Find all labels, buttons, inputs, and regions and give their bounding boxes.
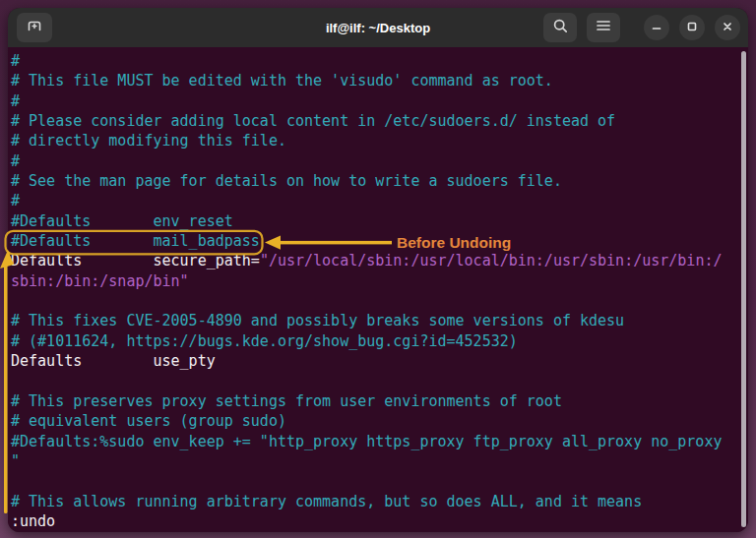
titlebar-controls [543,8,740,47]
terminal-text-segment: # [11,92,20,110]
terminal-screen[interactable]: ## This file MUST be edited with the 'vi… [8,47,748,532]
terminal-text-segment: # equivalent users (group sudo) [11,412,286,430]
terminal-line [11,471,722,491]
maximize-button[interactable] [679,15,705,40]
terminal-text-segment: # Please consider adding local content i… [11,112,615,130]
close-button[interactable] [715,15,740,40]
terminal-line: #Defaults env_reset [11,211,722,231]
terminal-text-segment: #Defaults:%sudo env_keep += "http_proxy … [11,433,722,450]
close-icon [722,19,733,36]
terminal-text-segment: # [11,192,20,209]
annotation-vertical-line [4,263,8,513]
new-tab-button[interactable] [17,13,52,42]
terminal-text-segment: " [11,452,20,470]
terminal-text-segment: # directly modifying this file. [11,132,286,149]
terminal-text-segment: sbin:/bin:/snap/bin" [11,272,189,290]
search-icon [552,18,569,38]
terminal-text-segment: # This fixes CVE-2005-4890 and possibly … [11,312,624,329]
terminal-text-segment: #Defaults env_reset [11,212,233,230]
terminal-text-segment: # This allows running arbitrary commands… [11,493,642,510]
terminal-text-segment: :undo [11,512,55,530]
terminal-line: # Please consider adding local content i… [11,111,722,131]
terminal-text-segment: #Defaults mail_badpass [11,232,260,250]
maximize-icon [686,19,698,36]
terminal-text-segment: "/usr/local/sbin:/usr/local/bin:/usr/sbi… [260,252,723,269]
terminal-line: Defaults use_pty [11,351,722,371]
terminal-text-segment: # This file MUST be edited with the 'vis… [11,72,553,90]
terminal-window: ilf@ilf: ~/Desktop [8,8,748,532]
terminal-line [11,291,722,311]
minimize-button[interactable] [644,15,669,40]
terminal-text-segment: # [11,152,20,170]
terminal-line: Defaults secure_path="/usr/local/sbin:/u… [11,251,722,270]
terminal-text: ## This file MUST be edited with the 'vi… [11,51,722,531]
terminal-text-segment: Defaults use_pty [11,352,216,370]
terminal-scrollbar[interactable] [741,51,746,527]
terminal-line: # This file MUST be edited with the 'vis… [11,71,722,90]
terminal-text-segment: Defaults secure_path= [11,252,260,269]
menu-icon [596,19,611,36]
menu-button[interactable] [587,13,620,42]
terminal-line: # directly modifying this file. [11,131,722,150]
terminal-line: sbin:/bin:/snap/bin" [11,271,722,291]
terminal-line: # [11,91,722,111]
terminal-text-segment: # [11,52,20,70]
terminal-line: " [11,451,722,471]
terminal-line: # This preserves proxy settings from use… [11,391,722,411]
terminal-line: # This allows running arbitrary commands… [11,492,722,511]
titlebar: ilf@ilf: ~/Desktop [8,8,748,48]
terminal-line: # This fixes CVE-2005-4890 and possibly … [11,311,722,330]
terminal-text-segment: # (#1011624, https://bugs.kde.org/show_b… [11,332,518,350]
terminal-line: :undo [11,511,722,531]
terminal-line [11,372,722,391]
terminal-text-segment: # See the man page for details on how to… [11,172,562,190]
terminal-line: # [11,151,722,171]
terminal-line: # See the man page for details on how to… [11,171,722,191]
terminal-line: # [11,51,722,71]
terminal-text-segment: # This preserves proxy settings from use… [11,392,562,410]
terminal-line: # (#1011624, https://bugs.kde.org/show_b… [11,331,722,351]
terminal-line: #Defaults mail_badpass [11,231,722,251]
search-button[interactable] [543,13,577,42]
terminal-line: # equivalent users (group sudo) [11,411,722,431]
minimize-icon [651,19,662,36]
terminal-line: # [11,191,722,210]
terminal-line: #Defaults:%sudo env_keep += "http_proxy … [11,432,722,451]
new-tab-icon [26,17,43,38]
